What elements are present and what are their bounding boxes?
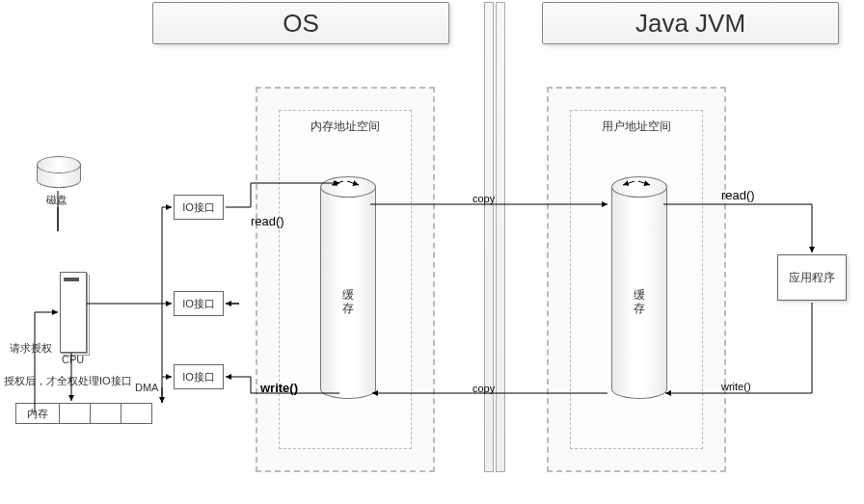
os-sublabel: 内存地址空间 — [280, 117, 411, 136]
app-write-label: write() — [721, 381, 751, 392]
copy-bottom-label: copy — [472, 383, 495, 394]
io-port-3: IO接口 — [174, 364, 224, 389]
jvm-outer-region: 用户地址空间 缓 存 — [547, 87, 726, 472]
os-title: OS — [152, 2, 449, 44]
os-outer-region: 内存地址空间 缓 存 — [256, 87, 435, 472]
memory-row: 内存 — [15, 403, 152, 424]
jvm-sublabel: 用户地址空间 — [571, 117, 702, 136]
application-box: 应用程序 — [777, 254, 847, 301]
request-auth-label: 请求授权 — [10, 341, 52, 356]
disk-icon — [37, 164, 81, 188]
jvm-title: Java JVM — [542, 2, 839, 44]
dma-label: DMA — [135, 382, 158, 393]
app-read-label: read() — [721, 188, 755, 202]
jvm-buffer-cylinder: 缓 存 — [611, 186, 667, 399]
after-auth-label: 授权后，才全权处理IO接口 — [4, 374, 148, 388]
diagram-stage: { "titles": { "os": "OS", "jvm": "Java J… — [0, 0, 864, 504]
memory-cell-label: 内存 — [16, 404, 60, 423]
os-buffer-label: 缓 存 — [321, 288, 375, 315]
jvm-inner-region: 用户地址空间 缓 存 — [570, 110, 703, 449]
os-read-label: read() — [251, 214, 284, 228]
os-inner-region: 内存地址空间 缓 存 — [279, 110, 412, 449]
divider — [484, 2, 505, 472]
os-write-label: write() — [260, 381, 298, 395]
jvm-buffer-label: 缓 存 — [612, 288, 666, 315]
cpu-box — [60, 272, 85, 351]
copy-top-label: copy — [472, 193, 495, 204]
os-buffer-cylinder: 缓 存 — [320, 186, 376, 399]
io-port-1: IO接口 — [174, 195, 224, 220]
disk-label: 磁盘 — [46, 193, 68, 207]
io-port-2: IO接口 — [174, 291, 224, 316]
cpu-label: CPU — [62, 354, 84, 365]
